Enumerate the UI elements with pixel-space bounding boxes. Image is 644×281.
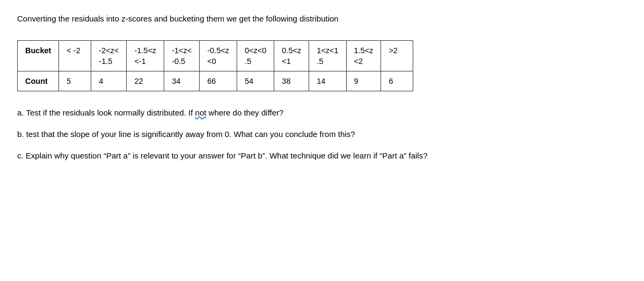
count-col-5: 66 xyxy=(200,71,237,91)
bucket-label: Bucket xyxy=(18,40,59,71)
bucket-col-2: -2<z<-1.5 xyxy=(91,40,127,71)
bucket-col-4: -1<z<-0.5 xyxy=(164,40,200,71)
bucket-col-10: >2 xyxy=(381,40,413,71)
not-underlined: not xyxy=(195,108,207,117)
bucket-col-5: -0.5<z<0 xyxy=(200,40,237,71)
questions-section: a. Test if the residuals look normally d… xyxy=(17,106,627,162)
data-table: Bucket < -2 -2<z<-1.5 -1.5<z<-1 -1<z<-0.… xyxy=(17,40,413,92)
count-col-9: 9 xyxy=(346,71,381,91)
count-col-3: 22 xyxy=(127,71,164,91)
count-row: Count 5 4 22 34 66 54 38 14 9 6 xyxy=(18,71,413,91)
question-c: c. Explain why question “Part a” is rele… xyxy=(17,149,627,162)
bucket-row: Bucket < -2 -2<z<-1.5 -1.5<z<-1 -1<z<-0.… xyxy=(18,40,413,71)
bucket-col-1: < -2 xyxy=(59,40,91,71)
bucket-col-3: -1.5<z<-1 xyxy=(127,40,164,71)
bucket-col-8: 1<z<1.5 xyxy=(309,40,346,71)
count-col-8: 14 xyxy=(309,71,346,91)
count-col-10: 6 xyxy=(381,71,413,91)
question-a: a. Test if the residuals look normally d… xyxy=(17,106,627,119)
count-label: Count xyxy=(18,71,59,91)
data-table-wrapper: Bucket < -2 -2<z<-1.5 -1.5<z<-1 -1<z<-0.… xyxy=(17,40,627,92)
question-b: b. test that the slope of your line is s… xyxy=(17,128,627,141)
count-col-1: 5 xyxy=(59,71,91,91)
bucket-col-6: 0<z<0.5 xyxy=(237,40,274,71)
intro-text: Converting the residuals into z-scores a… xyxy=(17,13,627,25)
bucket-col-9: 1.5<z<2 xyxy=(346,40,381,71)
count-col-7: 38 xyxy=(274,71,309,91)
count-col-4: 34 xyxy=(164,71,200,91)
count-col-6: 54 xyxy=(237,71,274,91)
bucket-col-7: 0.5<z<1 xyxy=(274,40,309,71)
count-col-2: 4 xyxy=(91,71,127,91)
